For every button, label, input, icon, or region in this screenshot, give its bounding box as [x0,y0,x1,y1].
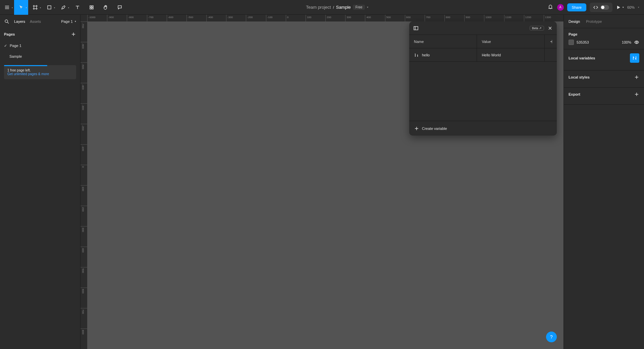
variable-value-cell[interactable]: Hello World [477,48,545,61]
chevron-icon: ▾ [75,20,76,23]
right-panel-tabs: Design Prototype [564,15,644,28]
text-tool[interactable] [70,0,85,15]
tab-design[interactable]: Design [569,19,580,23]
sliders-icon [632,55,637,61]
open-variables-button[interactable] [630,53,639,63]
close-icon[interactable] [547,26,553,31]
left-panel: Layers Assets Page 1 ▾ Pages ✓ Page 1 Sa… [0,15,80,349]
chevron-down-icon[interactable]: ▾ [638,6,639,9]
export-title: Export [569,92,580,96]
tab-assets[interactable]: Assets [30,19,41,23]
plus-icon[interactable] [634,74,639,80]
local-variables-section: Local variables [564,49,644,70]
move-tool[interactable]: ▾ [14,0,28,15]
menu-icon [4,5,10,10]
ruler-tick: -100 [80,144,87,165]
toggle-switch [600,5,609,10]
ruler-tick: 700 [425,15,444,21]
variable-name: hello [422,53,430,57]
variables-columns: Name Value [409,35,557,48]
chevron-down-icon: ▾ [40,6,41,8]
hand-tool[interactable] [99,0,113,15]
plus-icon[interactable] [634,92,639,97]
layer-item[interactable]: Sample [0,51,80,62]
ruler-tick: -400 [80,83,87,103]
ruler-tick: 900 [464,15,484,21]
column-value: Value [477,35,545,48]
ruler-tick: -1000 [87,15,107,21]
ruler-tick: 1100 [504,15,524,21]
shape-tool[interactable]: ▾ [42,0,56,15]
ruler-tick: -600 [167,15,186,21]
bg-hex[interactable]: 535353 [577,40,589,44]
huddle-icon[interactable] [548,4,554,10]
variable-value: Hello World [482,53,501,57]
upgrade-link[interactable]: Get unlimited pages & more [7,72,73,76]
page-selector-label: Page 1 [61,19,73,23]
local-styles-section: Local styles [564,70,644,88]
svg-rect-3 [90,8,91,9]
comment-icon [117,5,122,10]
present-button[interactable]: ▾ [616,5,624,10]
frame-tool[interactable]: ▾ [28,0,42,15]
ruler-tick: 0 [80,165,87,185]
page-selector[interactable]: Page 1 ▾ [61,19,76,23]
ruler-tick: -400 [206,15,226,21]
sidebar-share-arrow-icon[interactable] [413,26,419,31]
avatar[interactable]: A [557,4,564,11]
help-button[interactable]: ? [546,332,557,342]
file-name[interactable]: Sample [336,5,351,10]
variable-row-spacer [545,48,557,61]
share-button[interactable]: Share [567,3,586,11]
top-toolbar: ▾ ▾ ▾ ▾ ▾ Team project [0,0,644,15]
create-variable-button[interactable]: Create variable [409,121,557,136]
dev-mode-toggle[interactable] [590,3,612,12]
pen-tool[interactable]: ▾ [56,0,70,15]
ruler-tick: 100 [80,185,87,206]
ruler-tick: 500 [80,267,87,288]
add-variable-button[interactable] [545,35,557,48]
svg-rect-6 [414,27,418,30]
ruler-tick: 800 [444,15,464,21]
ruler-tick: 0 [286,15,306,21]
comment-tool[interactable] [113,0,127,15]
ruler-tick: -200 [80,124,87,144]
plus-icon[interactable] [71,32,76,37]
ruler-tick: 600 [405,15,425,21]
svg-rect-2 [92,6,93,7]
ruler-tick: -200 [246,15,266,21]
pages-header: Pages [0,28,80,40]
layer-item-label: Sample [9,54,22,58]
team-project-link[interactable]: Team project [306,5,331,10]
ruler-tick: -700 [80,21,87,42]
export-section: Export [564,88,644,105]
text-icon [414,52,419,58]
zoom-level[interactable]: 60% [627,5,635,9]
resources-tool[interactable] [85,0,99,15]
tab-prototype[interactable]: Prototype [586,19,602,23]
eye-icon[interactable] [634,40,639,45]
color-swatch[interactable] [569,40,574,45]
chevron-down-icon[interactable]: ▾ [367,6,368,9]
pen-icon [61,5,66,10]
ruler-tick: 500 [385,15,405,21]
page-item[interactable]: ✓ Page 1 [0,40,80,51]
svg-point-5 [5,20,8,22]
main-menu-button[interactable]: ▾ [0,0,14,15]
variable-row[interactable]: hello Hello World [409,48,557,62]
bg-opacity[interactable]: 100% [622,40,631,44]
tab-layers[interactable]: Layers [14,19,25,23]
ruler-tick: -300 [226,15,246,21]
page-background-row[interactable]: 535353 100% [569,40,639,45]
create-variable-label: Create variable [422,127,447,131]
ruler-tick: -900 [107,15,127,21]
page-item-label: Page 1 [10,44,21,48]
chevron-down-icon: ▾ [54,6,55,8]
local-variables-title: Local variables [569,56,595,60]
variables-panel-header: Beta ↗ [409,21,557,35]
beta-badge[interactable]: Beta ↗ [530,26,544,31]
plan-badge: Free [353,5,365,10]
variable-name-cell[interactable]: hello [409,48,477,61]
search-icon[interactable] [4,19,9,24]
check-icon: ✓ [4,44,7,48]
